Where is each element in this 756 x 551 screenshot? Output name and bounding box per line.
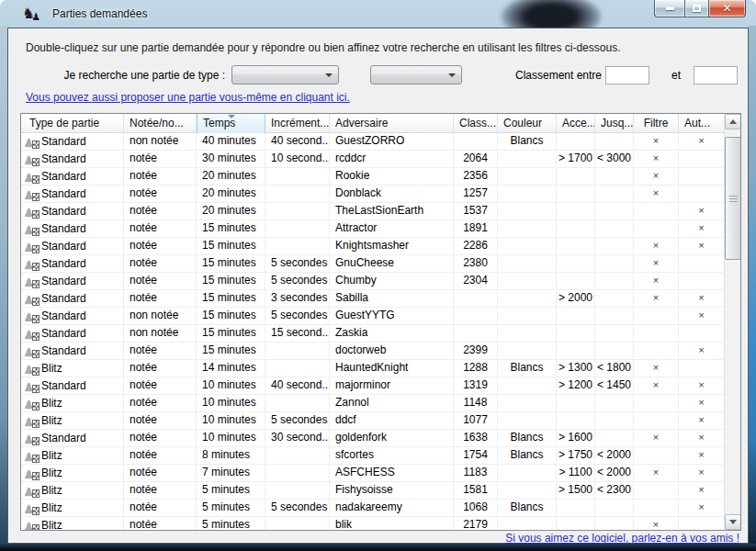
cell — [679, 255, 724, 273]
seek-row[interactable]: ♟Standardnotée15 minutes3 secondesSabill… — [21, 290, 740, 308]
seek-row[interactable]: ♟Blitznotée14 minutesHauntedKnight1288Bl… — [21, 360, 740, 377]
cell: × — [634, 238, 679, 255]
seek-row[interactable]: ♟Blitznotée8 minutessfcortes1754Blancs> … — [21, 447, 740, 465]
cell — [265, 220, 330, 238]
seek-table: Type de partieNotée/no...TempsIncrément.… — [20, 113, 741, 531]
seek-row[interactable]: ♟Blitznotée5 minutesblik2179× — [21, 517, 740, 530]
scroll-down-button[interactable] — [725, 514, 741, 530]
chess-pawn-board-icon: ♟ — [24, 258, 39, 271]
cell: 2304 — [454, 273, 498, 290]
cell: ♟Blitz — [21, 465, 124, 482]
column-header[interactable]: Jusq... — [595, 114, 634, 133]
cell: × — [679, 343, 724, 360]
rating-max-input[interactable] — [694, 66, 738, 84]
dialog-content: Double-cliquez sur une partie demandée p… — [7, 28, 749, 544]
seek-row[interactable]: ♟Standardnotée15 minutesdoctorweb2399× — [21, 343, 740, 360]
share-link[interactable]: Si vous aimez ce logiciel, parlez-en à v… — [505, 532, 739, 545]
column-header[interactable]: Couleur — [498, 114, 557, 133]
scroll-up-button[interactable] — [725, 114, 741, 129]
cell: notée — [124, 290, 197, 308]
seek-row[interactable]: ♟Standardnotée20 minutesTheLastSionEarth… — [21, 203, 740, 220]
column-header[interactable]: Type de partie — [21, 114, 124, 133]
cell: × — [634, 168, 679, 186]
cell: 3 secondes — [265, 290, 330, 308]
column-header[interactable]: Class... — [454, 114, 498, 133]
titlebar[interactable]: ♞♟ Parties demandées ✕ — [0, 0, 756, 28]
cell: < 2000 — [595, 465, 634, 482]
cell: doctorweb — [330, 343, 454, 360]
column-header[interactable]: Temps — [197, 114, 265, 133]
cell: 15 minutes — [197, 343, 265, 360]
seek-row[interactable]: ♟Blitznotée10 minutesZannol1148× — [21, 395, 740, 412]
scrollbar-thumb[interactable] — [725, 137, 741, 260]
seek-row[interactable]: ♟Standardnon notée15 minutes5 secondesGu… — [21, 308, 740, 325]
propose-game-link[interactable]: Vous pouvez aussi proposer une partie vo… — [26, 91, 350, 104]
cell — [595, 343, 634, 360]
cell — [498, 273, 557, 290]
chess-pawn-board-icon: ♟ — [24, 415, 39, 428]
cell: 15 minutes — [197, 238, 265, 255]
cell: notée — [124, 273, 197, 290]
column-header[interactable]: Filtre — [634, 114, 679, 133]
table-header: Type de partieNotée/no...TempsIncrément.… — [21, 114, 740, 133]
cell: × — [634, 517, 679, 530]
cell — [498, 343, 557, 360]
game-subtype-select[interactable] — [370, 65, 462, 84]
seek-row[interactable]: ♟Standardnotée15 minutesKnightsmasher228… — [21, 238, 740, 255]
vertical-scrollbar[interactable] — [724, 114, 740, 530]
seek-row[interactable]: ♟Standardnotée20 minutesRookie2356× — [21, 168, 740, 186]
seek-row[interactable]: ♟Standardnotée15 minutesAttractor1891× — [21, 220, 740, 238]
cell: 1068 — [454, 500, 498, 517]
column-header[interactable]: Acce... — [557, 114, 595, 133]
cell — [595, 168, 634, 186]
rating-min-input[interactable] — [605, 66, 649, 84]
cell: ♟Standard — [21, 290, 124, 308]
cell: 15 minutes — [197, 290, 265, 308]
cell: < 1800 — [595, 360, 634, 377]
cell: × — [634, 273, 679, 290]
cell — [595, 273, 634, 290]
seek-row[interactable]: ♟Blitznotée5 minutes5 secondesnadakareem… — [21, 500, 740, 517]
cell: notée — [124, 343, 197, 360]
cell — [595, 290, 634, 308]
minimize-icon — [666, 7, 674, 10]
column-header[interactable]: Incrément... — [265, 114, 330, 133]
cell: sfcortes — [330, 447, 454, 465]
column-header[interactable]: Adversaire — [330, 114, 454, 133]
cell — [557, 220, 595, 238]
chess-pawn-board-icon: ♟ — [24, 206, 39, 219]
chevron-down-icon — [325, 73, 333, 77]
seek-row[interactable]: ♟Standardnotée10 minutes40 second...majo… — [21, 377, 740, 395]
seek-row[interactable]: ♟Standardnon notée15 minutes15 second...… — [21, 325, 740, 343]
maximize-button[interactable] — [684, 0, 709, 17]
cell: 7 minutes — [197, 465, 265, 482]
cell: 5 minutes — [197, 517, 265, 530]
seek-row[interactable]: ♟Standardnotée15 minutes5 secondesChumby… — [21, 273, 740, 290]
seek-row[interactable]: ♟Blitznotée7 minutesASFCHESS1183> 1100< … — [21, 465, 740, 482]
cell — [595, 325, 634, 343]
cell — [498, 395, 557, 412]
seek-row[interactable]: ♟Standardnotée20 minutesDonblack1257× — [21, 186, 740, 203]
cell: > 1750 — [557, 447, 595, 465]
cell: ♟Standard — [21, 203, 124, 220]
cell: ♟Standard — [21, 255, 124, 273]
cell: blik — [330, 517, 454, 530]
cell: 20 minutes — [197, 186, 265, 203]
column-header[interactable]: Notée/no... — [124, 114, 197, 133]
close-button[interactable]: ✕ — [709, 0, 746, 17]
cell — [265, 482, 330, 500]
seek-row[interactable]: ♟Blitznotée5 minutesFishysoisse1581> 150… — [21, 482, 740, 500]
seek-row[interactable]: ♟Standardnotée30 minutes10 second...rcdd… — [21, 151, 740, 168]
chess-pawn-board-icon: ♟ — [24, 276, 39, 288]
minimize-button[interactable] — [654, 0, 684, 17]
cell: ♟Standard — [21, 308, 124, 325]
seek-row[interactable]: ♟Blitznotée10 minutes5 secondesddcf1077× — [21, 412, 740, 430]
game-type-select[interactable] — [231, 65, 339, 84]
cell: 1754 — [454, 447, 498, 465]
cell: × — [679, 133, 724, 151]
cell: × — [679, 412, 724, 430]
column-header[interactable]: Aut... — [679, 114, 724, 133]
seek-row[interactable]: ♟Standardnon notée40 minutes40 second...… — [21, 133, 740, 151]
seek-row[interactable]: ♟Standardnotée10 minutes30 second...gold… — [21, 430, 740, 447]
seek-row[interactable]: ♟Standardnotée15 minutes5 secondesGnuChe… — [21, 255, 740, 273]
